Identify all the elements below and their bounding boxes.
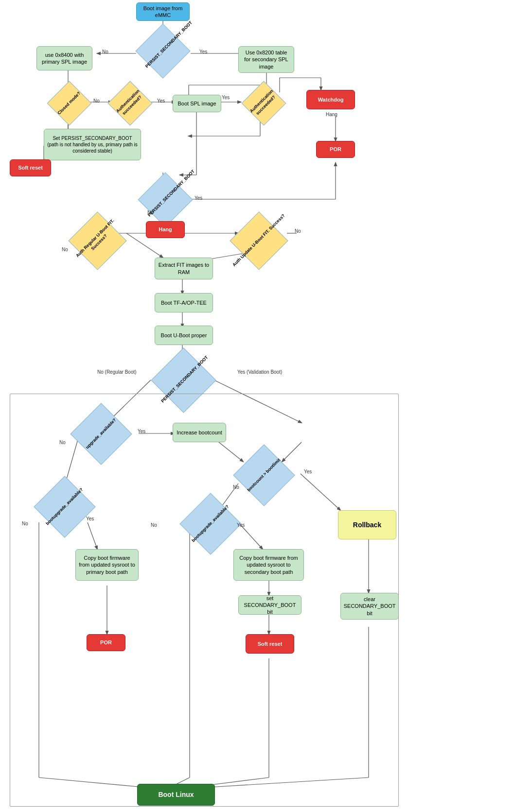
por-1-box: POR <box>316 141 355 158</box>
boot-linux-label: Boot Linux <box>158 790 194 799</box>
auth-update-diamond: Auth Update U-Boot FIT. Success? <box>219 224 299 258</box>
yes-label-upgrade: Yes <box>138 429 145 434</box>
soft-reset-1-box: Soft reset <box>10 159 51 176</box>
por-2-label: POR <box>100 639 112 646</box>
use-0x8200-box: Use 0x8200 table for secondary SPL image <box>238 46 294 73</box>
persist-secondary-1-diamond: PERSIST_SECONDARY_BOOT <box>124 36 202 66</box>
rollback-box: Rollback <box>338 510 396 539</box>
boot-spl-label: Boot SPL image <box>177 100 216 107</box>
hang-box: Hang <box>146 221 185 238</box>
increase-bootcount-label: Increase bootcount <box>177 429 222 436</box>
watchdog-box: Watchdog <box>306 90 355 109</box>
closed-mode-diamond: Closed mode? <box>46 87 92 119</box>
clear-secondary-boot-box: clear SECONDARY_BOOT bit <box>340 593 399 620</box>
yes-label-bootcount: Yes <box>304 469 312 474</box>
boot-spl-box: Boot SPL image <box>173 95 221 112</box>
rollback-label: Rollback <box>353 520 381 529</box>
no-label-auth-regular: No <box>62 247 68 252</box>
boot-linux-box: Boot Linux <box>137 784 215 806</box>
svg-line-54 <box>39 777 143 787</box>
increase-bootcount-box: Increase bootcount <box>173 423 226 442</box>
set-secondary-boot-box: set SECONDARY_BOOT bit <box>238 595 301 615</box>
no-label-upgrade: No <box>59 440 66 445</box>
persist-secondary-2-diamond: PERSIST_SECONDARY_BOOT <box>126 184 204 215</box>
svg-line-50 <box>88 522 97 549</box>
connector-lines <box>0 0 514 812</box>
yes-label-bootupgrade1: Yes <box>86 516 94 521</box>
no-label-bootcount: No <box>233 484 239 490</box>
auth-regular-diamond: Auth Regular U-Boot FIT.Success? <box>63 224 131 258</box>
persist-secondary-3-diamond: PERSIST_SECONDARY_BOOT <box>134 362 233 398</box>
svg-line-58 <box>209 777 369 787</box>
boot-uboot-label: Boot U-Boot proper <box>161 332 207 339</box>
no-label-closed: No <box>93 98 100 104</box>
svg-line-44 <box>301 474 340 510</box>
soft-reset-2-label: Soft reset <box>258 640 283 647</box>
yes-label-persist2: Yes <box>195 195 202 201</box>
flowchart-diagram: Boot image from eMMC PERSIST_SECONDARY_B… <box>0 0 514 812</box>
extract-fit-label: Extract FIT images to RAM <box>158 261 210 276</box>
auth-succeeded-2-diamond: Authentication succeeded? <box>238 87 289 119</box>
copy-secondary-label: Copy boot firmware from updated sysroot … <box>237 554 301 575</box>
boot-tfa-label: Boot TF-A/OP-TEE <box>161 299 207 306</box>
yes-label-bootupgrade2: Yes <box>237 522 245 528</box>
no-label-auth-update: No <box>295 228 301 234</box>
copy-primary-label: Copy boot firmware from updated sysroot … <box>79 554 135 575</box>
no-regular-boot-label: No (Regular Boot) <box>97 369 137 375</box>
no-label-bootupgrade2: No <box>151 522 157 528</box>
set-secondary-boot-label: set SECONDARY_BOOT bit <box>242 595 298 616</box>
por-1-label: POR <box>330 146 341 153</box>
yes-label-1: Yes <box>199 49 207 54</box>
clear-secondary-boot-label: clear SECONDARY_BOOT bit <box>344 596 396 617</box>
yes-label-auth1: Yes <box>157 98 165 104</box>
por-2-box: POR <box>87 634 125 651</box>
hang-label: Hang <box>159 226 172 233</box>
set-persist-box: Set PERSIST_SECONDARY_BOOT (path is not … <box>44 129 141 160</box>
hang-label-watchdog: Hang <box>326 112 337 117</box>
boot-uboot-box: Boot U-Boot proper <box>155 326 213 345</box>
boot-tfa-box: Boot TF-A/OP-TEE <box>155 293 213 312</box>
watchdog-label: Watchdog <box>318 96 344 103</box>
use-0x8400-box: use 0x8400 with primary SPL image <box>36 46 92 70</box>
boot-emmc-box: Boot image from eMMC <box>136 2 190 21</box>
yes-label-auth2: Yes <box>222 95 230 100</box>
set-persist-label: Set PERSIST_SECONDARY_BOOT (path is not … <box>47 135 138 154</box>
upgrade-available-diamond: upgrade_available? <box>63 415 139 452</box>
copy-secondary-box: Copy boot firmware from updated sysroot … <box>233 549 304 581</box>
no-label-1: No <box>102 49 108 54</box>
extract-fit-box: Extract FIT images to RAM <box>155 258 213 279</box>
use-0x8400-label: use 0x8400 with primary SPL image <box>40 52 89 66</box>
no-label-bootupgrade1: No <box>22 521 28 526</box>
boot-emmc-label: Boot image from eMMC <box>140 5 186 19</box>
copy-primary-box: Copy boot firmware from updated sysroot … <box>75 549 139 581</box>
yes-validation-boot-label: Yes (Validation Boot) <box>237 369 282 375</box>
use-0x8200-label: Use 0x8200 table for secondary SPL image <box>242 49 291 70</box>
soft-reset-1-label: Soft reset <box>18 164 43 171</box>
auth-succeeded-1-diamond: Authentication succeeded? <box>105 87 156 119</box>
soft-reset-2-box: Soft reset <box>246 634 294 654</box>
